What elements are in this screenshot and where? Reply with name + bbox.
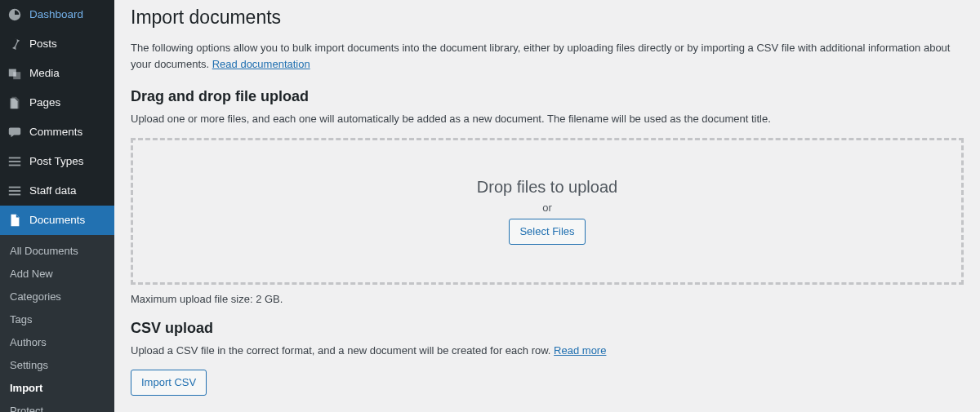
max-upload-hint: Maximum upload file size: 2 GB. [131,293,964,305]
section-drag-drop-desc: Upload one or more files, and each one w… [131,112,964,126]
file-dropzone[interactable]: Drop files to upload or Select Files [131,138,964,285]
sidebar-item-label: Dashboard [29,7,83,22]
svg-rect-2 [9,165,20,166]
section-csv-title: CSV upload [131,320,964,337]
dropzone-or-text: or [542,202,552,214]
section-drag-drop-title: Drag and drop file upload [131,88,964,105]
sidebar-item-documents[interactable]: Documents [0,206,114,235]
submenu-protect[interactable]: Protect [0,400,114,412]
section-csv-desc: Upload a CSV file in the correct format,… [131,343,964,358]
sidebar-item-dashboard[interactable]: Dashboard [0,0,114,29]
submenu-import[interactable]: Import [0,377,114,400]
sidebar-item-post-types[interactable]: Post Types [0,147,114,176]
svg-rect-0 [9,157,20,159]
svg-rect-4 [9,190,20,192]
sidebar-item-pages[interactable]: Pages [0,88,114,117]
sidebar-item-label: Documents [29,213,85,228]
dropzone-title: Drop files to upload [477,178,617,197]
media-icon [7,65,23,82]
sidebar-item-comments[interactable]: Comments [0,117,114,147]
sidebar-item-label: Media [29,66,60,81]
submenu-settings[interactable]: Settings [0,354,114,377]
svg-rect-1 [9,161,20,162]
admin-sidebar: Dashboard Posts Media Pages Comments Pos… [0,0,114,412]
sidebar-item-label: Post Types [29,154,84,169]
list-icon [7,183,23,199]
intro-paragraph: The following options allow you to bulk … [131,40,964,72]
svg-rect-3 [9,187,20,188]
submenu-authors[interactable]: Authors [0,331,114,354]
csv-desc-text: Upload a CSV file in the correct format,… [131,344,554,357]
sidebar-item-label: Posts [29,37,57,51]
list-icon [7,153,23,170]
import-csv-button[interactable]: Import CSV [131,370,207,396]
sidebar-submenu-documents: All Documents Add New Categories Tags Au… [0,235,114,412]
submenu-tags[interactable]: Tags [0,308,114,331]
sidebar-item-label: Staff data [29,184,77,198]
pin-icon [7,36,23,52]
read-more-link[interactable]: Read more [554,344,606,357]
read-documentation-link[interactable]: Read documentation [212,58,310,70]
sidebar-item-posts[interactable]: Posts [0,29,114,59]
page-title: Import documents [131,7,964,29]
submenu-add-new[interactable]: Add New [0,263,114,286]
sidebar-item-staff-data[interactable]: Staff data [0,176,114,206]
sidebar-item-label: Comments [29,125,82,140]
main-content: Import documents The following options a… [114,0,980,412]
sidebar-item-label: Pages [29,95,60,110]
submenu-all-documents[interactable]: All Documents [0,240,114,263]
document-icon [7,212,23,228]
dashboard-icon [7,7,23,23]
svg-rect-5 [9,194,20,196]
select-files-button[interactable]: Select Files [509,219,585,245]
comments-icon [7,124,23,140]
sidebar-item-media[interactable]: Media [0,59,114,88]
submenu-categories[interactable]: Categories [0,286,114,308]
pages-icon [7,95,23,111]
